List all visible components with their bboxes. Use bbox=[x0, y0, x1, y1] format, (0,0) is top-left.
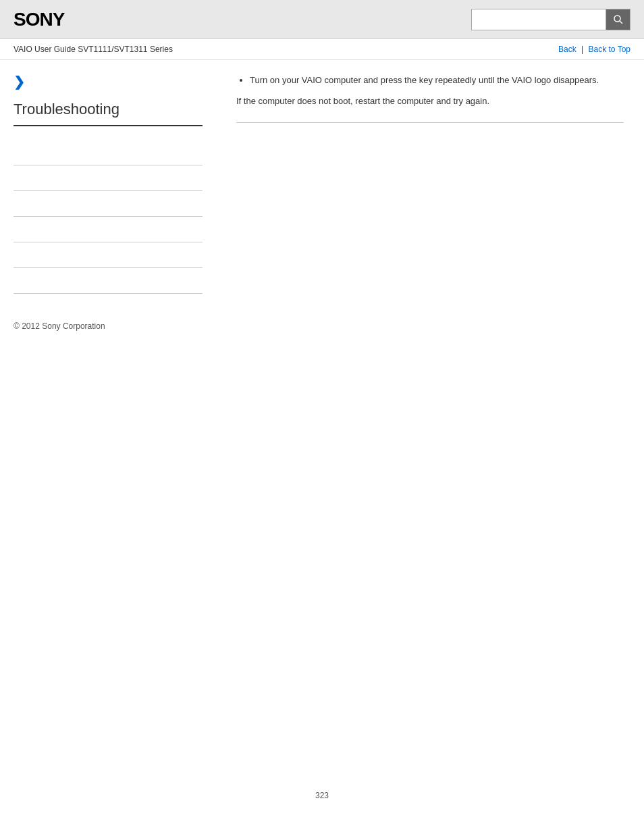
page-title-section: Troubleshooting bbox=[14, 101, 203, 126]
nav-separator: | bbox=[581, 45, 585, 54]
header: SONY bbox=[0, 0, 644, 39]
nav-links: Back | Back to Top bbox=[558, 45, 630, 54]
sidebar-nav-item-4[interactable] bbox=[14, 217, 203, 242]
back-link[interactable]: Back bbox=[558, 45, 576, 54]
copyright: © 2012 Sony Corporation bbox=[14, 321, 105, 331]
sidebar-nav-item-2[interactable] bbox=[14, 165, 203, 191]
main-content: ❯ Troubleshooting Turn on your VAIO comp… bbox=[0, 60, 644, 307]
bullet-item-1: Turn on your VAIO computer and press the… bbox=[250, 74, 624, 88]
bullet-text: Turn on your VAIO computer and press the… bbox=[250, 75, 599, 85]
page-title: Troubleshooting bbox=[14, 101, 203, 118]
bullet-list: Turn on your VAIO computer and press the… bbox=[236, 74, 624, 88]
nav-bar: VAIO User Guide SVT1111/SVT1311 Series B… bbox=[0, 39, 644, 60]
search-icon bbox=[613, 14, 624, 25]
guide-title: VAIO User Guide SVT1111/SVT1311 Series bbox=[14, 45, 173, 54]
sidebar-nav-item-3[interactable] bbox=[14, 191, 203, 217]
footer: © 2012 Sony Corporation bbox=[0, 307, 644, 344]
sony-logo: SONY bbox=[14, 9, 64, 30]
sidebar-nav-item-1[interactable] bbox=[14, 140, 203, 165]
search-button[interactable] bbox=[606, 9, 630, 30]
chevron-icon: ❯ bbox=[14, 74, 203, 90]
search-area bbox=[471, 9, 630, 30]
svg-point-0 bbox=[614, 16, 620, 22]
sidebar: ❯ Troubleshooting bbox=[0, 60, 216, 307]
back-to-top-link[interactable]: Back to Top bbox=[589, 45, 630, 54]
search-input[interactable] bbox=[471, 9, 606, 30]
svg-line-1 bbox=[620, 21, 622, 24]
sidebar-nav-item-5[interactable] bbox=[14, 242, 203, 268]
content-area: Turn on your VAIO computer and press the… bbox=[216, 60, 644, 307]
sidebar-nav-item-6[interactable] bbox=[14, 268, 203, 294]
follow-up-text: If the computer does not boot, restart t… bbox=[236, 95, 624, 109]
page-number: 323 bbox=[302, 777, 342, 814]
content-section: Turn on your VAIO computer and press the… bbox=[236, 74, 624, 123]
